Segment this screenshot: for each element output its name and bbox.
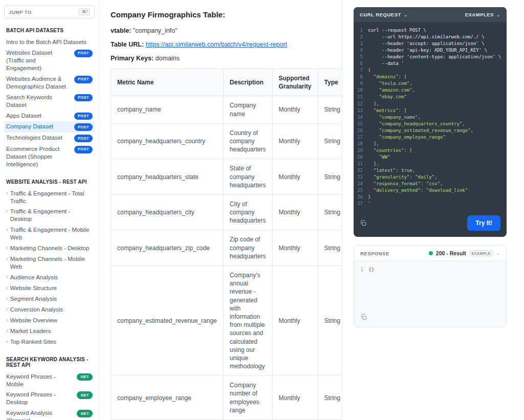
status-ok-dot — [429, 251, 433, 255]
sidebar-item-company-dataset[interactable]: Company Dataset POST — [4, 121, 95, 132]
get-badge: GET — [77, 373, 93, 381]
code-line: 1{} — [354, 267, 506, 272]
table-url-line: Table URL: https://api.similarweb.com/ba… — [111, 41, 329, 48]
chevron-down-icon: ⌄ — [496, 12, 500, 17]
sidebar-item-search-keywords[interactable]: Search Keywords Dataset POST — [4, 92, 95, 110]
section-title: WEBSITE ANALYSIS - REST API — [6, 179, 93, 185]
code-line: 6 --data ' — [354, 60, 507, 67]
sidebar-item[interactable]: Keyword Phrases - DesktopGET — [4, 389, 95, 408]
table-row: company_estimated_revenue_range Company'… — [111, 266, 342, 376]
sidebar-item[interactable]: ›Traffic & Engagement - Total Traffic — [4, 188, 95, 207]
vtable-value: "company_info" — [133, 27, 178, 34]
code-line: 7{ — [354, 67, 507, 74]
sidebar-item[interactable]: Keyword Analysis (Organic)GET — [4, 408, 95, 420]
post-badge: POST — [74, 94, 93, 102]
primary-keys-line: Primary Keys: domains — [111, 55, 329, 62]
jump-to-search[interactable]: JUMP TO ⌘/ — [4, 5, 95, 18]
sidebar-item-apps-dataset[interactable]: Apps Dataset POST — [4, 110, 95, 122]
code-line: 19 "countries": [ — [354, 147, 507, 154]
chevron-right-icon: › — [6, 226, 8, 233]
chevron-down-icon: ⌄ — [496, 251, 500, 256]
sidebar-item-websites-dataset[interactable]: Websites Dataset (Traffic and Engagement… — [4, 48, 95, 74]
status-text: 200 - Result — [436, 250, 466, 256]
code-line: 21 ], — [354, 161, 507, 167]
sidebar-section-batch-api: BATCH API DATASETS Intro to the Batch AP… — [4, 28, 95, 170]
sidebar-item-intro[interactable]: Intro to the Batch API Datasets — [4, 37, 95, 48]
table-row: company_headquarters_city City of compan… — [111, 194, 342, 230]
curl-request-header: CURL REQUEST ⌄ EXAMPLES ⌄ — [354, 7, 507, 22]
copy-code-button[interactable] — [360, 219, 367, 227]
response-code: 1{} — [354, 261, 506, 311]
code-line: 2 --url https://api.similarweb.com/./ \ — [354, 34, 507, 40]
copy-icon — [360, 314, 367, 321]
get-badge: GET — [77, 391, 93, 399]
sidebar-item[interactable]: ›Marketing Channels - Mobile Web — [4, 254, 95, 272]
curl-request-footer: Try It! — [354, 210, 507, 237]
primary-keys-value: domains — [156, 55, 180, 62]
sidebar-item[interactable]: ›Audience Analysis — [4, 272, 95, 283]
sidebar: JUMP TO ⌘/ BATCH API DATASETS Intro to t… — [0, 0, 99, 420]
sidebar-item[interactable]: ›Website Structure — [4, 283, 95, 294]
code-line: 23 "granularity": "daily", — [354, 174, 507, 181]
response-header: RESPONSE 200 - Result EXAMPLE ⌄ — [354, 246, 506, 261]
chevron-right-icon: › — [6, 255, 8, 262]
chevron-right-icon: › — [6, 245, 8, 251]
vtable-label: vtable: — [111, 27, 131, 34]
section-title: SEARCH KEYWORD ANALYSIS - REST API — [6, 357, 93, 368]
sidebar-item-ecommerce-dataset[interactable]: Ecommerce Product Dataset (Shopper Intel… — [4, 144, 95, 170]
code-line: 8 "domains": [ — [354, 74, 507, 80]
sidebar-item[interactable]: ›Market Leaders — [4, 326, 95, 337]
try-it-button[interactable]: Try It! — [467, 215, 500, 231]
code-line: 26} — [354, 194, 507, 201]
sidebar-item[interactable]: ›Traffic & Engagement - Desktop — [4, 206, 95, 225]
keyboard-shortcut-hint: ⌘/ — [79, 8, 90, 15]
chevron-right-icon: › — [6, 317, 8, 323]
response-panel: RESPONSE 200 - Result EXAMPLE ⌄ 1{} — [354, 245, 507, 327]
code-line: 11 "ebay.com" — [354, 94, 507, 100]
table-row: company_employee_range Company number of… — [111, 376, 342, 420]
chevron-right-icon: › — [6, 327, 8, 334]
post-badge: POST — [74, 146, 93, 153]
curl-request-dropdown[interactable]: CURL REQUEST ⌄ — [360, 12, 408, 17]
curl-request-panel: CURL REQUEST ⌄ EXAMPLES ⌄ 1curl --reques… — [354, 7, 507, 237]
copy-icon — [360, 219, 367, 227]
code-line: 14 "company_name", — [354, 114, 507, 121]
get-badge: GET — [77, 410, 93, 417]
code-line: 25 "delivery_method": "download_link" — [354, 187, 507, 194]
sidebar-item[interactable]: Keyword Phrases - MobileGET — [4, 371, 95, 390]
sidebar-section-search-keyword: SEARCH KEYWORD ANALYSIS - REST API Keywo… — [4, 357, 95, 420]
table-url-link[interactable]: https://api.similarweb.com/batch/v4/requ… — [146, 41, 288, 48]
code-line: 22 "latest": true, — [354, 167, 507, 174]
examples-dropdown[interactable]: EXAMPLES ⌄ — [465, 12, 500, 17]
code-line: 16 "company_estimated_revenue_range", — [354, 127, 507, 134]
sidebar-item[interactable]: ›Marketing Channels - Desktop — [4, 243, 95, 254]
response-title: RESPONSE — [360, 251, 389, 256]
sidebar-item[interactable]: ›Top Ranked Sites — [4, 337, 95, 347]
code-line: 18 ], — [354, 141, 507, 147]
code-line: 10 "amazon.com", — [354, 87, 507, 94]
post-badge: POST — [74, 113, 93, 120]
curl-code: 1curl --request POST \ 2 --url https://a… — [354, 22, 507, 210]
sidebar-item[interactable]: ›Traffic & Engagement - Mobile Web — [4, 225, 95, 243]
table-url-label: Table URL: — [111, 41, 144, 48]
chevron-right-icon: › — [6, 338, 8, 345]
table-header-row: Metric Name Description Supported Granul… — [111, 69, 342, 96]
copy-response-button[interactable] — [360, 314, 367, 321]
response-example-dropdown[interactable]: 200 - Result EXAMPLE ⌄ — [429, 250, 500, 256]
sidebar-item[interactable]: ›Segment Analysis — [4, 294, 95, 304]
sidebar-item[interactable]: ›Website Overview — [4, 315, 95, 326]
main-content: Company Firmographics Table: vtable: "co… — [99, 0, 342, 420]
sidebar-item-technologies-dataset[interactable]: Technologies Dataset POST — [4, 132, 95, 144]
jump-to-label: JUMP TO — [9, 9, 32, 15]
code-line: 12 ], — [354, 101, 507, 107]
code-line: 3 --header 'accept: application/json' \ — [354, 40, 507, 47]
chevron-right-icon: › — [6, 306, 8, 313]
sidebar-item-websites-audience[interactable]: Websites Audience & Demographics Dataset… — [4, 74, 95, 92]
table-row: company_name Company name Monthly String — [111, 96, 342, 123]
code-line: 5 --header 'content-type: application/js… — [354, 54, 507, 60]
sidebar-item[interactable]: ›Conversion Analysis — [4, 304, 95, 315]
response-footer — [354, 311, 506, 327]
post-badge: POST — [74, 50, 93, 57]
table-row: company_headquarters_zip_code Zip code o… — [111, 230, 342, 266]
example-badge: EXAMPLE — [469, 250, 493, 256]
